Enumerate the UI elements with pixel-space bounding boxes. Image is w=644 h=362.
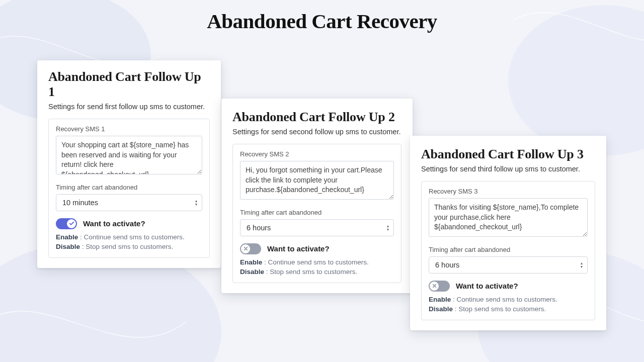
card-subtitle: Settings for send third follow up sms to… xyxy=(421,165,595,173)
activate-toggle[interactable] xyxy=(429,281,450,292)
page-title: Abandoned Cart Recovery xyxy=(0,9,644,33)
sms-textarea[interactable] xyxy=(240,161,394,200)
sms-textarea[interactable] xyxy=(429,198,588,237)
sms-textarea[interactable] xyxy=(56,136,202,174)
sms-label: Recovery SMS 2 xyxy=(240,150,394,158)
timing-select[interactable]: 6 hours xyxy=(429,256,588,274)
timing-label: Timing after cart abandoned xyxy=(56,184,202,191)
field-panel: Recovery SMS 3 Timing after cart abandon… xyxy=(421,181,595,320)
enable-hint: Enable : Continue send sms to customers. xyxy=(240,258,394,266)
activate-label: Want to activate? xyxy=(456,282,518,290)
timing-label: Timing after cart abandoned xyxy=(429,246,588,253)
field-panel: Recovery SMS 2 Timing after cart abandon… xyxy=(232,144,401,283)
activate-label: Want to activate? xyxy=(83,219,145,228)
card-subtitle: Settings for send second follow up sms t… xyxy=(232,128,401,136)
card-subtitle: Settings for send first follow up sms to… xyxy=(48,103,210,111)
enable-hint: Enable : Continue send sms to customers. xyxy=(56,233,202,241)
field-panel: Recovery SMS 1 Timing after cart abandon… xyxy=(48,119,210,258)
timing-label: Timing after cart abandoned xyxy=(240,209,394,216)
activate-toggle[interactable] xyxy=(56,218,77,229)
sms-label: Recovery SMS 3 xyxy=(429,188,588,195)
card-title: Abandoned Cart Follow Up 1 xyxy=(48,69,210,100)
followup-card-3: Abandoned Cart Follow Up 3 Settings for … xyxy=(410,136,606,330)
enable-hint: Enable : Continue send sms to customers. xyxy=(429,296,588,303)
followup-card-1: Abandoned Cart Follow Up 1 Settings for … xyxy=(37,60,221,268)
disable-hint: Disable : Stop send sms to customers. xyxy=(240,268,394,276)
card-title: Abandoned Cart Follow Up 3 xyxy=(421,147,595,162)
followup-card-2: Abandoned Cart Follow Up 2 Settings for … xyxy=(221,99,413,293)
disable-hint: Disable : Stop send sms to customers. xyxy=(56,243,202,250)
check-icon xyxy=(67,219,76,228)
activate-label: Want to activate? xyxy=(267,244,330,253)
activate-toggle[interactable] xyxy=(240,243,261,254)
timing-select[interactable]: 6 hours xyxy=(240,219,394,236)
timing-select[interactable]: 10 minutes xyxy=(56,194,202,211)
close-icon xyxy=(430,282,439,291)
close-icon xyxy=(241,244,250,253)
disable-hint: Disable : Stop send sms to customers. xyxy=(429,305,588,313)
sms-label: Recovery SMS 1 xyxy=(56,125,202,133)
card-title: Abandoned Cart Follow Up 2 xyxy=(232,110,401,125)
